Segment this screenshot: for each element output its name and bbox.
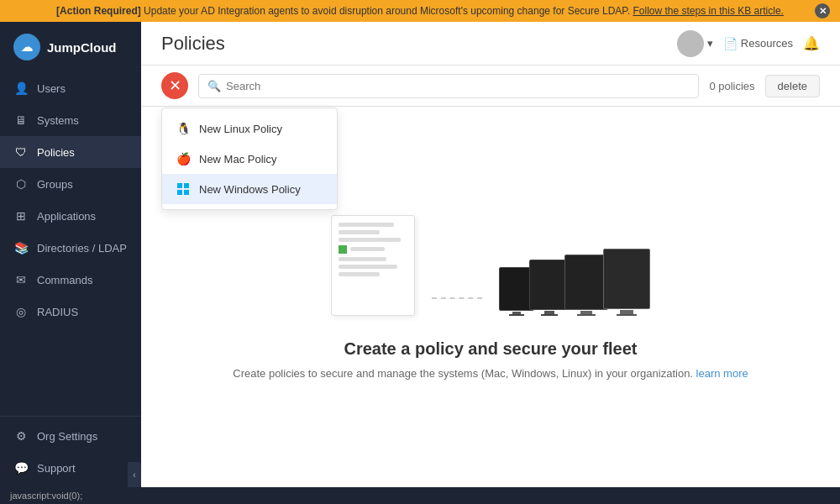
search-icon: 🔍 bbox=[207, 80, 221, 92]
user-menu[interactable]: ▾ bbox=[677, 30, 713, 57]
main-header: Policies ▾ 📄 Resources 🔔 bbox=[141, 22, 840, 66]
status-bar: javascript:void(0); bbox=[0, 487, 840, 504]
sidebar-collapse-button[interactable]: ‹ bbox=[128, 462, 141, 487]
mac-icon: 🍎 bbox=[176, 151, 191, 166]
sidebar-item-groups[interactable]: ⬡ Groups bbox=[0, 168, 141, 200]
linux-icon: 🐧 bbox=[176, 121, 191, 136]
banner-text: [Action Required] Update your AD Integra… bbox=[56, 5, 784, 17]
new-mac-policy-item[interactable]: 🍎 New Mac Policy bbox=[162, 144, 337, 174]
sidebar-item-radius[interactable]: ◎ RADIUS bbox=[0, 296, 141, 328]
banner-link[interactable]: Follow the steps in this KB article. bbox=[633, 5, 784, 17]
banner-close-button[interactable]: ✕ bbox=[815, 3, 830, 18]
add-policy-button[interactable]: ✕ bbox=[161, 72, 188, 99]
sidebar-item-systems[interactable]: 🖥 Systems bbox=[0, 104, 141, 136]
users-icon: 👤 bbox=[13, 81, 29, 96]
notifications-icon[interactable]: 🔔 bbox=[803, 35, 820, 51]
avatar bbox=[677, 30, 704, 57]
policies-icon: 🛡 bbox=[13, 144, 29, 160]
svg-rect-1 bbox=[184, 183, 189, 188]
action-banner: [Action Required] Update your AD Integra… bbox=[0, 0, 840, 22]
monitors-illustration bbox=[499, 249, 650, 316]
commands-icon: ✉ bbox=[13, 272, 29, 287]
sidebar-item-applications[interactable]: ⊞ Applications bbox=[0, 200, 141, 232]
toolbar: ✕ 🔍 0 policies delete 🐧 New Linux Policy… bbox=[141, 66, 840, 107]
applications-icon: ⊞ bbox=[13, 208, 29, 223]
sidebar-item-policies[interactable]: 🛡 Policies bbox=[0, 136, 141, 168]
resources-icon: 📄 bbox=[723, 37, 738, 50]
windows-icon bbox=[176, 181, 191, 197]
sidebar-item-users[interactable]: 👤 Users bbox=[0, 72, 141, 104]
radius-icon: ◎ bbox=[13, 304, 29, 319]
new-windows-policy-item[interactable]: New Windows Policy bbox=[162, 174, 337, 204]
sidebar-logo: ☁ JumpCloud bbox=[0, 22, 141, 72]
sidebar-nav: 👤 Users 🖥 Systems 🛡 Policies ⬡ Groups ⊞ … bbox=[0, 72, 141, 416]
learn-more-link[interactable]: learn more bbox=[696, 367, 748, 380]
new-linux-policy-item[interactable]: 🐧 New Linux Policy bbox=[162, 113, 337, 144]
chevron-down-icon: ▾ bbox=[707, 37, 713, 50]
search-input[interactable] bbox=[226, 80, 690, 92]
sidebar-item-commands[interactable]: ✉ Commands bbox=[0, 264, 141, 296]
sidebar-bottom: ⚙ Org Settings 💬 Support bbox=[0, 416, 141, 487]
header-right: ▾ 📄 Resources 🔔 bbox=[677, 30, 820, 57]
systems-icon: 🖥 bbox=[13, 113, 29, 128]
sidebar-item-org-settings[interactable]: ⚙ Org Settings bbox=[0, 420, 141, 452]
search-box: 🔍 bbox=[198, 74, 699, 98]
illustration bbox=[331, 215, 650, 316]
sidebar-item-support[interactable]: 💬 Support bbox=[0, 452, 141, 484]
dashed-connector bbox=[432, 297, 482, 299]
groups-icon: ⬡ bbox=[13, 176, 29, 192]
svg-rect-0 bbox=[177, 183, 182, 188]
policy-doc-illustration bbox=[331, 215, 415, 316]
policies-count: 0 policies bbox=[709, 80, 754, 92]
empty-state-title: Create a policy and secure your fleet bbox=[344, 339, 637, 359]
empty-state-description: Create policies to secure and manage the… bbox=[233, 367, 748, 380]
directories-icon: 📚 bbox=[13, 240, 29, 255]
svg-rect-2 bbox=[177, 190, 182, 195]
svg-rect-3 bbox=[184, 190, 189, 195]
support-icon: 💬 bbox=[13, 460, 29, 475]
page-title: Policies bbox=[161, 33, 225, 55]
org-settings-icon: ⚙ bbox=[13, 428, 29, 444]
policy-type-dropdown: 🐧 New Linux Policy 🍎 New Mac Policy bbox=[161, 108, 338, 210]
logo-icon: ☁ bbox=[13, 34, 40, 60]
main-content: Policies ▾ 📄 Resources 🔔 ✕ 🔍 0 policies bbox=[141, 22, 840, 487]
resources-button[interactable]: 📄 Resources bbox=[723, 37, 793, 50]
sidebar-item-directories[interactable]: 📚 Directories / LDAP bbox=[0, 232, 141, 264]
sidebar: ☁ JumpCloud 👤 Users 🖥 Systems 🛡 Policies… bbox=[0, 22, 141, 487]
delete-button[interactable]: delete bbox=[765, 75, 820, 97]
